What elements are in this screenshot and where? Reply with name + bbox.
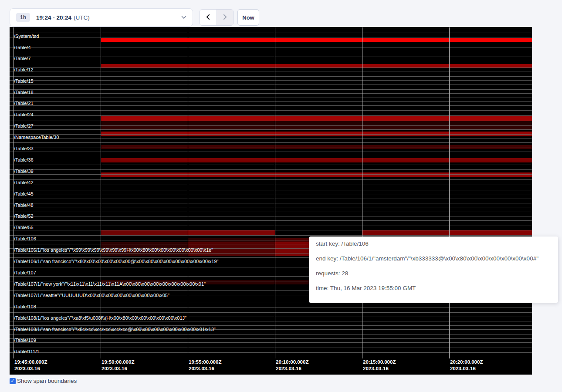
span-boundary-line [10, 142, 532, 143]
key-visualizer-page: { "toolbar": { "range_badge": "1h", "ran… [0, 0, 562, 392]
x-axis-label: 20:20:00.000Z2023-03-16 [450, 359, 483, 372]
span-boundary-line [10, 212, 532, 212]
x-axis-label: 19:50:00.000Z2023-03-16 [102, 359, 134, 372]
time-range-timezone: (UTC) [74, 14, 90, 21]
key-visualizer-canvas[interactable]: /System/tsd/Table/4/Table/7/Table/12/Tab… [10, 27, 532, 375]
x-axis-time: 19:45:00.000Z [14, 359, 47, 365]
span-boundary-line [10, 28, 532, 28]
span-boundary-line [10, 179, 532, 180]
time-gridline [362, 27, 362, 358]
time-range-label: 19:24 - 20:24 [36, 14, 71, 21]
span-boundary-line [10, 129, 532, 130]
span-boundary-line [10, 84, 532, 84]
previous-window-button[interactable] [200, 10, 217, 25]
time-gridline [188, 27, 188, 358]
span-boundary-line [10, 199, 532, 199]
chevron-left-icon [205, 14, 211, 21]
heatmap-row-label: /Table/4 [14, 45, 31, 51]
span-boundary-line [10, 101, 532, 102]
chevron-down-icon [181, 16, 186, 19]
heatmap-band [188, 230, 275, 235]
tooltip-requests: requests: 28 [316, 266, 551, 281]
heatmap-row-label: /Table/24 [14, 112, 34, 118]
span-boundary-line [10, 93, 532, 94]
span-boundary-line [10, 152, 532, 152]
span-boundary-line [10, 308, 532, 308]
x-axis-label: 19:55:00.000Z2023-03-16 [189, 359, 221, 372]
heatmap-band [449, 230, 532, 235]
heatmap-row-label: /Table/108 [14, 304, 36, 310]
next-window-button[interactable] [217, 10, 234, 25]
x-axis-label: 20:15:00.000Z2023-03-16 [363, 359, 396, 372]
span-boundary-line [10, 321, 532, 321]
show-span-boundaries-checkbox[interactable]: ✓ [10, 378, 16, 384]
span-boundary-line [10, 352, 532, 353]
heatmap-row-label: /Table/108/1/"san francisco"/"\x8c\xcc\x… [14, 327, 216, 332]
span-boundary-line [10, 312, 532, 313]
heatmap-row-label: /Table/45 [14, 191, 34, 197]
heatmap-row-label: /System/tsd [14, 34, 39, 39]
x-axis-label: 20:10:00.000Z2023-03-16 [276, 359, 308, 372]
heatmap-row-label: /Table/18 [14, 90, 34, 95]
time-gridline [101, 27, 101, 358]
heatmap-row-label: /Table/52 [14, 213, 34, 219]
heatmap-band [101, 38, 532, 42]
time-range-selector[interactable]: 1h 19:24 - 20:24 (UTC) [10, 8, 193, 27]
span-boundary-line [10, 335, 532, 335]
show-span-boundaries-label: Show span boundaries [17, 378, 77, 384]
span-boundary-line [10, 190, 532, 190]
span-boundary-line [10, 47, 532, 47]
heatmap-row-label: /Table/12 [14, 67, 34, 73]
x-axis-date: 2023-03-16 [276, 365, 308, 372]
span-boundary-line [10, 235, 532, 236]
heatmap-row-label: /Table/106/1/"los angeles"/"\x99\x99\x99… [14, 247, 213, 253]
x-axis-time: 19:55:00.000Z [189, 359, 221, 365]
span-boundary-line [10, 57, 532, 57]
heatmap-row-label: /Table/27 [14, 123, 34, 129]
span-boundary-line [10, 185, 532, 185]
time-gridline [275, 27, 275, 358]
span-boundary-line [10, 139, 532, 139]
x-axis-date: 2023-03-16 [189, 365, 221, 372]
span-boundary-line [10, 37, 532, 37]
span-boundary-line [10, 80, 532, 81]
time-range-duration-badge: 1h [16, 13, 30, 22]
x-axis-date: 2023-03-16 [102, 365, 134, 372]
heatmap-row-label: /Table/109 [14, 338, 36, 343]
heatmap-band [101, 172, 532, 177]
span-boundary-line [10, 342, 532, 343]
heatmap-row-label: /Table/106/1/"san francisco"/"\x80\x00\x… [14, 259, 219, 264]
span-boundary-line [10, 105, 532, 106]
time-gridline [449, 27, 450, 358]
span-boundary-line [10, 42, 532, 42]
span-boundary-line [10, 226, 532, 226]
checkmark-icon: ✓ [10, 378, 14, 383]
span-boundary-line [10, 76, 532, 77]
chevron-right-icon [222, 14, 228, 21]
span-boundary-line [10, 338, 532, 339]
show-span-boundaries-row: ✓ Show span boundaries [10, 378, 77, 384]
span-boundary-line [10, 325, 532, 326]
span-boundary-line [10, 161, 532, 161]
span-boundary-line [10, 303, 532, 303]
span-boundary-line [10, 157, 532, 157]
heatmap-row-label: /Table/21 [14, 101, 34, 106]
span-boundary-line [10, 169, 532, 170]
span-boundary-line [10, 89, 532, 90]
x-axis-time: 20:15:00.000Z [363, 359, 396, 365]
heatmap-row-label: /Table/111/1 [14, 349, 39, 355]
tooltip-time: time: Thu, 16 Mar 2023 19:55:00 GMT [316, 281, 551, 296]
heatmap-row-label: /Table/107 [14, 270, 36, 276]
span-boundary-line [10, 134, 532, 135]
heatmap-row-label: /Table/108/1/"los angeles"/"\xa8\xf5\u00… [14, 315, 186, 321]
span-boundary-line [10, 33, 532, 33]
heatmap-band [101, 121, 532, 125]
heatmap-row-label: /Table/33 [14, 146, 34, 152]
heatmap-row-label: /Table/42 [14, 180, 34, 186]
span-boundary-line [10, 148, 532, 148]
span-boundary-line [10, 62, 532, 62]
span-boundary-line [10, 125, 532, 126]
now-button[interactable]: Now [237, 9, 259, 26]
span-boundary-line [10, 195, 532, 195]
span-boundary-line [10, 230, 532, 230]
